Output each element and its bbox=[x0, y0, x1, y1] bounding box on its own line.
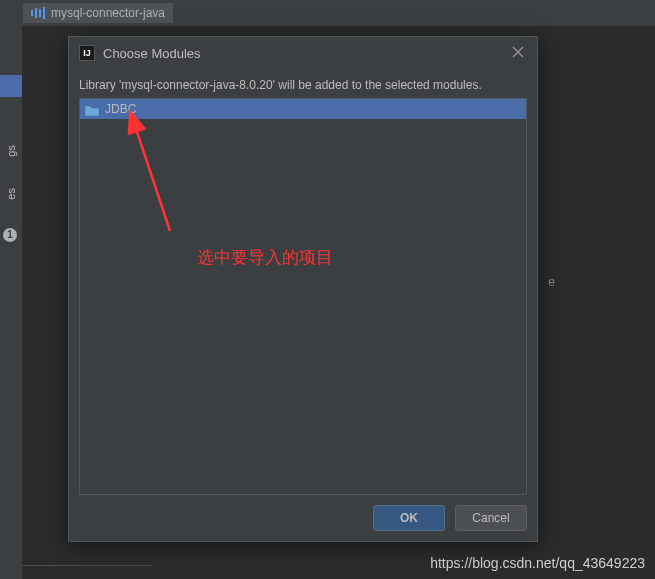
editor-tab[interactable]: mysql-connector-java bbox=[23, 3, 173, 23]
module-list[interactable]: JDBC bbox=[79, 98, 527, 495]
sidebar-label-2: es bbox=[5, 188, 17, 200]
module-item[interactable]: JDBC bbox=[80, 99, 526, 119]
choose-modules-dialog: IJ Choose Modules Library 'mysql-connect… bbox=[68, 36, 538, 542]
module-label: JDBC bbox=[105, 102, 136, 116]
folder-icon bbox=[85, 103, 99, 115]
dialog-message: Library 'mysql-connector-java-8.0.20' wi… bbox=[69, 69, 537, 98]
bg-side-text: e bbox=[548, 275, 555, 289]
sidebar-label-1: gs bbox=[5, 145, 17, 157]
sidebar-active-tab[interactable] bbox=[0, 75, 22, 97]
watermark: https://blog.csdn.net/qq_43649223 bbox=[430, 555, 645, 571]
dialog-buttons: OK Cancel bbox=[373, 505, 527, 531]
left-sidebar: gs es 1 bbox=[0, 0, 22, 579]
library-icon bbox=[31, 6, 45, 20]
dialog-title: Choose Modules bbox=[103, 46, 201, 61]
bottom-divider bbox=[22, 565, 152, 567]
editor-tab-label: mysql-connector-java bbox=[51, 6, 165, 20]
intellij-icon: IJ bbox=[79, 45, 95, 61]
cancel-button[interactable]: Cancel bbox=[455, 505, 527, 531]
close-icon[interactable] bbox=[511, 45, 527, 61]
dialog-header: IJ Choose Modules bbox=[69, 37, 537, 69]
sidebar-badge[interactable]: 1 bbox=[3, 228, 17, 242]
ok-button[interactable]: OK bbox=[373, 505, 445, 531]
